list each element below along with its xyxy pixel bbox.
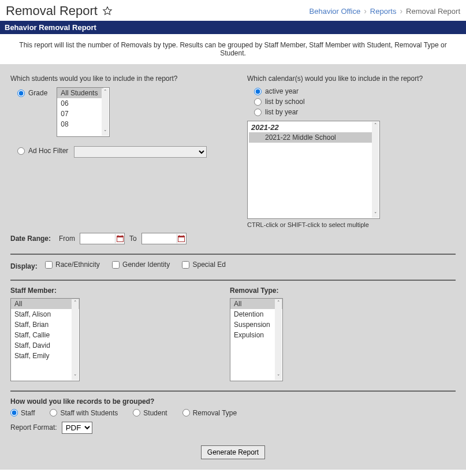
from-label: From: [59, 235, 75, 243]
list-item[interactable]: Staff, David: [11, 340, 79, 351]
scrollbar[interactable]: ˄ ˅: [372, 122, 379, 218]
radio-group-student-label: Student: [143, 409, 167, 417]
scroll-up-icon[interactable]: ˄: [102, 88, 109, 95]
staff-multiselect[interactable]: All Staff, Alison Staff, Brian Staff, Ca…: [10, 298, 80, 381]
divider: [10, 254, 456, 255]
removal-label: Removal Type:: [230, 287, 283, 295]
grouping-question: How would you like records to be grouped…: [10, 397, 456, 406]
divider: [10, 280, 456, 281]
scroll-up-icon[interactable]: ˄: [72, 299, 79, 306]
checkbox-race-label: Race/Ethnicity: [55, 261, 100, 269]
tree-year: 2021-22: [249, 122, 378, 132]
checkbox-specialed-label: Special Ed: [192, 261, 225, 269]
radio-list-by-school-input[interactable]: [254, 98, 262, 106]
radio-list-by-year-input[interactable]: [254, 109, 262, 116]
radio-adhoc[interactable]: Ad Hoc Filter: [17, 147, 68, 155]
format-select[interactable]: PDF: [62, 422, 92, 434]
checkbox-gender-label: Gender Identity: [122, 261, 170, 269]
calendar-hint: CTRL-click or SHIFT-click to select mult…: [247, 221, 456, 228]
chevron-right-icon: ›: [364, 6, 367, 16]
calendar-icon[interactable]: [115, 234, 124, 243]
radio-group-removal-type-label: Removal Type: [193, 409, 237, 417]
display-row: Display: Race/Ethnicity Gender Identity …: [10, 261, 456, 270]
checkbox-race[interactable]: Race/Ethnicity: [45, 261, 100, 269]
radio-adhoc-input[interactable]: [17, 147, 25, 155]
scroll-up-icon[interactable]: ˄: [275, 299, 282, 306]
list-item[interactable]: Staff, Brian: [11, 319, 79, 330]
scroll-down-icon[interactable]: ˅: [72, 373, 79, 380]
breadcrumb-current: Removal Report: [406, 7, 460, 16]
radio-list-by-school[interactable]: list by school: [254, 98, 456, 106]
radio-grade-label: Grade: [28, 89, 47, 97]
to-date-input[interactable]: [142, 233, 177, 244]
checkbox-gender[interactable]: Gender Identity: [112, 261, 170, 269]
breadcrumb: Behavior Office › Reports › Removal Repo…: [310, 6, 460, 16]
subheader-bar: Behavior Removal Report: [0, 21, 466, 34]
radio-list-by-year-label: list by year: [265, 108, 298, 116]
radio-active-year-label: active year: [265, 87, 299, 95]
scroll-down-icon[interactable]: ˅: [372, 211, 379, 218]
radio-group-staff-label: Staff: [21, 409, 35, 417]
radio-adhoc-label: Ad Hoc Filter: [28, 147, 68, 155]
scroll-down-icon[interactable]: ˅: [102, 129, 109, 136]
scroll-up-icon[interactable]: ˄: [372, 122, 379, 129]
radio-group-removal-type[interactable]: Removal Type: [182, 409, 237, 417]
list-item[interactable]: Staff, Emily: [11, 351, 79, 361]
list-item[interactable]: Staff, Callie: [11, 330, 79, 340]
radio-group-staff-students-input[interactable]: [50, 409, 57, 416]
checkbox-specialed[interactable]: Special Ed: [182, 261, 225, 269]
radio-list-by-year[interactable]: list by year: [254, 108, 456, 116]
checkbox-specialed-input[interactable]: [182, 261, 189, 269]
radio-group-staff-students-label: Staff with Students: [60, 409, 118, 417]
breadcrumb-link[interactable]: Behavior Office: [310, 7, 361, 16]
staff-label: Staff Member:: [10, 287, 80, 295]
scroll-down-icon[interactable]: ˅: [275, 373, 282, 380]
to-label: To: [129, 235, 137, 243]
list-item[interactable]: Staff, Alison: [11, 309, 79, 319]
chevron-right-icon: ›: [400, 6, 402, 16]
radio-group-removal-type-input[interactable]: [182, 409, 190, 416]
radio-group-student[interactable]: Student: [133, 409, 167, 417]
scrollbar[interactable]: ˄ ˅: [102, 88, 109, 136]
date-range-label: Date Range:: [10, 235, 51, 243]
report-description: This report will list the number of Remo…: [0, 34, 466, 64]
list-item[interactable]: All: [11, 299, 79, 309]
calendar-question: Which calendar(s) would you like to incl…: [247, 75, 456, 83]
favorite-star-icon[interactable]: [102, 6, 113, 16]
tree-item[interactable]: 2021-22 Middle School: [249, 132, 378, 143]
radio-grade[interactable]: Grade: [17, 87, 47, 97]
radio-group-staff[interactable]: Staff: [10, 409, 35, 417]
calendar-icon[interactable]: [177, 234, 186, 243]
radio-group-staff-students[interactable]: Staff with Students: [50, 409, 118, 417]
divider: [10, 391, 456, 392]
list-item[interactable]: 06: [57, 98, 103, 109]
removal-multiselect[interactable]: All Detention Suspension Expulsion ˄ ˅: [230, 298, 283, 381]
radio-list-by-school-label: list by school: [265, 98, 305, 106]
adhoc-filter-select[interactable]: [74, 146, 207, 158]
display-label: Display:: [10, 262, 38, 270]
radio-grade-input[interactable]: [17, 90, 25, 97]
checkbox-race-input[interactable]: [45, 261, 53, 269]
checkbox-gender-input[interactable]: [112, 261, 120, 269]
list-item[interactable]: 08: [57, 119, 103, 129]
students-question: Which students would you like to include…: [10, 75, 230, 83]
list-item[interactable]: All Students: [57, 88, 103, 98]
breadcrumb-link[interactable]: Reports: [370, 7, 397, 16]
radio-group-staff-input[interactable]: [10, 409, 18, 416]
scrollbar[interactable]: ˄ ˅: [275, 299, 282, 380]
radio-active-year[interactable]: active year: [254, 87, 456, 95]
calendar-tree[interactable]: 2021-22 2021-22 Middle School ˄ ˅: [247, 121, 380, 219]
grade-multiselect[interactable]: All Students 06 07 08 ˄ ˅: [57, 87, 110, 137]
from-date-input[interactable]: [80, 233, 115, 244]
generate-report-button[interactable]: Generate Report: [201, 445, 265, 459]
page-title: Removal Report: [6, 3, 98, 18]
scrollbar[interactable]: ˄ ˅: [72, 299, 79, 380]
format-label: Report Format:: [10, 423, 57, 432]
radio-group-student-input[interactable]: [133, 409, 140, 416]
radio-active-year-input[interactable]: [254, 88, 262, 95]
list-item[interactable]: 07: [57, 109, 103, 119]
